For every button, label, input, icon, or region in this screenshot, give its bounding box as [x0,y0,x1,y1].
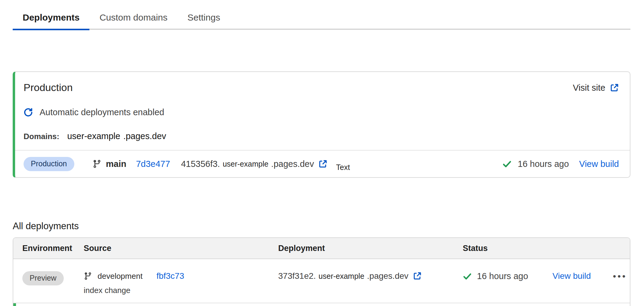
deployment-url-name: user-example [223,160,268,168]
view-build-link[interactable]: View build [552,271,591,281]
external-link-icon[interactable] [413,272,422,281]
source-cell: development fbf3c73 index change [84,271,278,295]
deployment-url-suffix: .pages.dev [271,159,314,169]
row-menu-cell: ••• [613,271,630,282]
visit-site-label: Visit site [573,83,605,93]
column-header-environment: Environment [13,244,84,253]
git-branch-icon [84,272,92,280]
next-row-production-border-fragment [13,303,16,306]
view-build-cell: View build [552,271,613,281]
deployment-url: 373f31e2. user-example .pages.dev [278,271,463,281]
tab-bar: Deployments Custom domains Settings [13,0,630,30]
domains-label: Domains: [24,132,59,141]
table-header-row: Environment Source Deployment Status [13,238,630,259]
external-link-icon [610,83,619,93]
branch-name: main [106,159,127,169]
environment-cell: Preview [13,271,84,285]
text-annotation: Text [336,163,350,172]
production-deployment-row: Production main 7d3e477 415356f3. user-e… [15,150,630,177]
auto-deployments-text: Automatic deployments enabled [40,107,164,117]
branch-name: development [98,272,143,281]
deployment-url-prefix: 373f31e2. [278,271,316,281]
domain-name: user-example [67,131,120,141]
tab-custom-domains[interactable]: Custom domains [89,6,177,29]
commit-hash-link[interactable]: 7d3e477 [136,159,170,169]
environment-badge-preview: Preview [22,271,64,285]
column-header-deployment: Deployment [278,244,463,253]
production-row-status: 16 hours ago View build [502,159,619,169]
more-options-icon[interactable]: ••• [613,271,627,281]
deployment-time: 16 hours ago [518,159,569,169]
deployment-url-prefix: 415356f3. [181,159,220,169]
deployments-table: Environment Source Deployment Status Pre… [13,237,630,306]
tab-deployments[interactable]: Deployments [13,6,89,29]
production-card: Production Visit site Automatic deployme… [13,71,630,178]
environment-badge-production: Production [24,157,74,171]
deployment-url-name: user-example [319,272,364,281]
column-header-source: Source [84,244,278,253]
branch-group: main [92,159,127,169]
deployment-url: 415356f3. user-example .pages.dev [181,159,327,169]
domain-suffix: .pages.dev [123,131,166,141]
deployment-time: 16 hours ago [477,271,528,281]
tab-settings[interactable]: Settings [177,6,230,29]
status-cell: 16 hours ago [463,271,552,281]
production-card-top: Production Visit site Automatic deployme… [15,72,630,141]
refresh-icon [24,108,33,117]
commit-hash-link[interactable]: fbf3c73 [156,271,184,281]
success-check-icon [502,159,512,169]
auto-deployments-row: Automatic deployments enabled [24,107,619,117]
view-build-link[interactable]: View build [579,159,619,169]
git-branch-icon [92,159,101,168]
all-deployments-title: All deployments [13,221,79,232]
column-header-status: Status [463,244,552,253]
domains-row: Domains: user-example .pages.dev [24,131,619,141]
commit-message: index change [84,286,278,295]
source-branch-line: development fbf3c73 [84,271,278,281]
production-title: Production [24,82,619,93]
visit-site-link[interactable]: Visit site [573,83,619,93]
deployment-url-suffix: .pages.dev [367,271,408,281]
success-check-icon [463,272,472,281]
table-row: Preview development fbf3c73 index change… [13,259,630,303]
external-link-icon[interactable] [318,159,327,169]
